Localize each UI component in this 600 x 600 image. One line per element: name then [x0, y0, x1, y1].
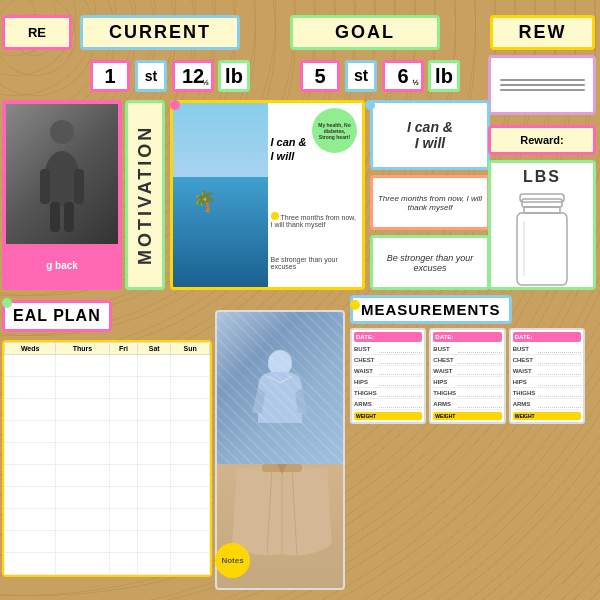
goal-lbs: 6 ½: [382, 60, 424, 92]
goal-text: GOAL: [335, 22, 395, 43]
outfit-top-garment: [217, 312, 343, 464]
pin-1: [170, 100, 180, 110]
meas-chest-2: CHEST: [433, 355, 501, 366]
svg-rect-6: [522, 199, 562, 207]
goal-label: GOAL: [290, 15, 440, 50]
before-photo-image: [6, 104, 118, 244]
meal-plan-section: EAL PLAN Weds Thurs Fri Sat Sun: [2, 300, 212, 590]
meas-bust-3: BUST: [513, 344, 581, 355]
meas-waist-2: WAIST: [433, 366, 501, 377]
reward-line-1: [500, 79, 585, 81]
health-text: My health, No diabetes, Strong heart!: [316, 122, 353, 140]
holding-back-text: g back: [46, 260, 78, 271]
svg-rect-4: [50, 202, 60, 232]
reward-label-card: Reward:: [488, 125, 596, 155]
reward-lines-container: [500, 79, 585, 91]
date-row-1: DATE:: [354, 332, 422, 342]
goal-stones: 5: [300, 60, 340, 92]
table-row: [5, 509, 210, 531]
date-row-3: DATE:: [513, 332, 581, 342]
can-will-text: I can & I will: [407, 119, 453, 151]
meal-plan-title: EAL PLAN: [13, 307, 101, 324]
outfit-pattern: [217, 312, 343, 464]
motivation-text: MOTIVATION: [135, 125, 156, 265]
before-text-bar: g back: [6, 244, 118, 286]
reward-lines-card: [488, 55, 596, 115]
table-row: [5, 531, 210, 553]
collage-bottom-line1: Three months from now, I will thank myse…: [271, 212, 360, 228]
table-row: [5, 399, 210, 421]
three-months-text: Three months from now, I will thank myse…: [377, 194, 483, 212]
lbs-card: LBS: [488, 160, 596, 290]
measurements-columns: DATE: BUST CHEST WAIST HIPS THIGHS ARMS …: [350, 328, 585, 424]
meas-col-1: DATE: BUST CHEST WAIST HIPS THIGHS ARMS …: [350, 328, 426, 424]
svg-rect-8: [524, 207, 560, 213]
weight-tag-2: WEIGHT: [433, 412, 501, 420]
before-label: RE: [2, 15, 72, 50]
mason-jar: [502, 191, 582, 295]
meas-arms-2: ARMS: [433, 399, 501, 410]
col-weds: Weds: [5, 343, 56, 355]
meas-thighs-1: THIGHS: [354, 388, 422, 399]
col-thurs: Thurs: [56, 343, 109, 355]
be-stronger-card: Be stronger than your excuses: [370, 235, 490, 290]
weight-tag-3: WEIGHT: [513, 412, 581, 420]
goal-lb-text: lb: [435, 65, 453, 88]
svg-rect-5: [64, 202, 74, 232]
motivation-card: MOTIVATION: [125, 100, 165, 290]
person-silhouette-svg: [32, 114, 92, 234]
svg-point-0: [50, 120, 74, 144]
meas-col-2: DATE: BUST CHEST WAIST HIPS THIGHS ARMS …: [429, 328, 505, 424]
pin-3: [350, 300, 360, 310]
meas-waist-3: WAIST: [513, 366, 581, 377]
meas-chest-1: CHEST: [354, 355, 422, 366]
meas-waist-1: WAIST: [354, 366, 422, 377]
svg-rect-3: [74, 169, 84, 204]
weight-tag-1: WEIGHT: [354, 412, 422, 420]
health-circle: My health, No diabetes, Strong heart!: [312, 108, 357, 153]
meas-arms-1: ARMS: [354, 399, 422, 410]
table-row: [5, 553, 210, 575]
col-fri: Fri: [109, 343, 137, 355]
current-stones-value: 1: [104, 65, 115, 88]
reward-line-2: [500, 84, 585, 86]
meal-plan-grid: Weds Thurs Fri Sat Sun: [4, 342, 210, 575]
svg-rect-7: [520, 194, 564, 202]
current-lbs: 12 ½: [172, 60, 214, 92]
collage-line2: I will: [271, 150, 360, 162]
pool-water: [173, 177, 268, 287]
notes-circle[interactable]: Notes: [215, 543, 250, 578]
goal-stones-unit: st: [345, 60, 377, 92]
pin-2: [365, 100, 375, 110]
reward-header-label: REW: [490, 15, 595, 50]
before-text: RE: [28, 25, 46, 40]
meas-arms-3: ARMS: [513, 399, 581, 410]
meal-plan-header: EAL PLAN: [2, 300, 112, 332]
meas-thighs-2: THIGHS: [433, 388, 501, 399]
meal-plan-table: Weds Thurs Fri Sat Sun: [2, 340, 212, 577]
meas-chest-3: CHEST: [513, 355, 581, 366]
table-row: [5, 377, 210, 399]
table-row: [5, 443, 210, 465]
current-text: CURRENT: [109, 22, 211, 43]
reward-label-text: Reward:: [520, 134, 563, 146]
meas-hips-2: HIPS: [433, 377, 501, 388]
motivation-collage: 🌴 My health, No diabetes, Strong heart! …: [170, 100, 365, 290]
table-row: [5, 355, 210, 377]
measurements-section: MEASUREMENTS DATE: BUST CHEST WAIST HIPS…: [350, 295, 585, 595]
current-stones: 1: [90, 60, 130, 92]
current-st-text: st: [145, 68, 157, 84]
meas-thighs-3: THIGHS: [513, 388, 581, 399]
col-sun: Sun: [171, 343, 210, 355]
date-row-2: DATE:: [433, 332, 501, 342]
meas-hips-1: HIPS: [354, 377, 422, 388]
reward-header-text: REW: [519, 22, 567, 43]
goal-stones-value: 5: [314, 65, 325, 88]
svg-rect-2: [40, 169, 50, 204]
table-row: [5, 487, 210, 509]
cork-board: RE CURRENT GOAL REW 1 st 12 ½ lb 5 st 6 …: [0, 0, 600, 600]
measurements-title: MEASUREMENTS: [361, 301, 501, 318]
before-photo-card: g back: [2, 100, 122, 290]
can-will-card: I can & I will: [370, 100, 490, 170]
current-lb-text: lb: [225, 65, 243, 88]
